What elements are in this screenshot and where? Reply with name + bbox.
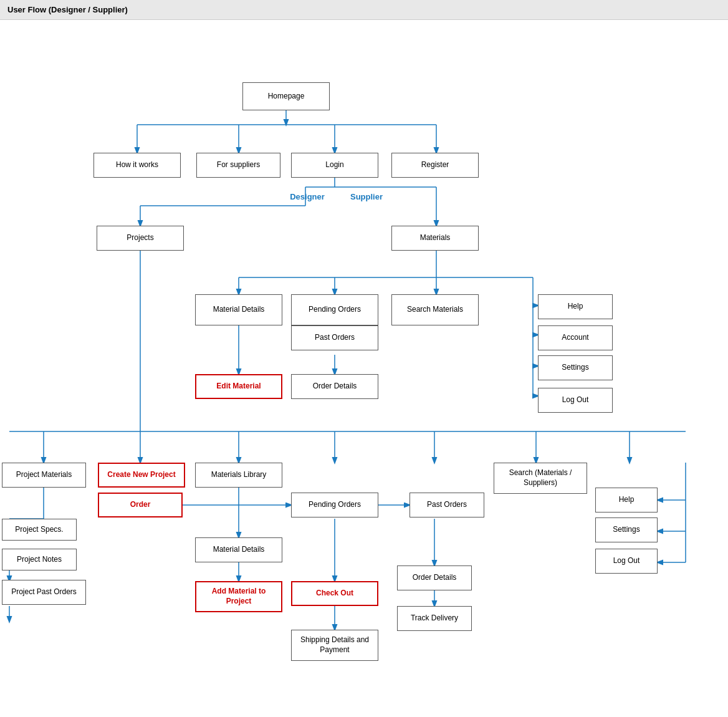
node-shipping-payment: Shipping Details and Payment — [291, 630, 378, 661]
node-project-materials: Project Materials — [2, 463, 86, 488]
node-project-specs: Project Specs. — [2, 519, 77, 541]
node-past-orders-top: Past Orders — [291, 325, 378, 350]
node-past-orders-bot: Past Orders — [410, 493, 484, 517]
node-materials-library: Materials Library — [195, 463, 282, 488]
node-materials: Materials — [391, 226, 479, 251]
node-settings-top: Settings — [538, 355, 613, 380]
node-order-details-bot: Order Details — [397, 565, 472, 590]
node-add-material-project: Add Material to Project — [195, 581, 282, 612]
node-supplier-label: Supplier — [342, 188, 391, 206]
node-account: Account — [538, 325, 613, 350]
page-header: User Flow (Designer / Supplier) — [0, 0, 728, 20]
node-project-notes: Project Notes — [2, 549, 77, 570]
node-designer-label: Designer — [282, 188, 332, 206]
node-register: Register — [391, 153, 479, 178]
node-help-bot: Help — [595, 488, 658, 512]
arrows-svg — [0, 20, 728, 712]
node-log-out-top: Log Out — [538, 388, 613, 413]
node-settings-bot: Settings — [595, 517, 658, 542]
node-track-delivery: Track Delivery — [397, 606, 472, 631]
node-pending-orders-top: Pending Orders — [291, 294, 378, 325]
node-create-new-project: Create New Project — [98, 463, 185, 488]
node-projects: Projects — [97, 226, 184, 251]
node-material-details-bot: Material Details — [195, 537, 282, 562]
node-order-details-top: Order Details — [291, 374, 378, 399]
node-project-past-orders: Project Past Orders — [2, 580, 86, 605]
node-order: Order — [98, 493, 183, 517]
node-log-out-bot: Log Out — [595, 549, 658, 574]
node-homepage: Homepage — [242, 82, 330, 110]
node-check-out: Check Out — [291, 581, 378, 606]
node-for-suppliers: For suppliers — [196, 153, 280, 178]
diagram-container: Homepage How it works For suppliers Logi… — [0, 20, 728, 712]
node-search-mat-sup: Search (Materials / Suppliers) — [494, 463, 587, 494]
node-pending-orders-bot: Pending Orders — [291, 493, 378, 517]
node-help-top: Help — [538, 294, 613, 319]
page-title: User Flow (Designer / Supplier) — [7, 5, 128, 14]
node-search-materials-top: Search Materials — [391, 294, 479, 325]
node-login: Login — [291, 153, 378, 178]
node-edit-material: Edit Material — [195, 374, 282, 399]
node-material-details-top: Material Details — [195, 294, 282, 325]
node-how-it-works: How it works — [93, 153, 181, 178]
